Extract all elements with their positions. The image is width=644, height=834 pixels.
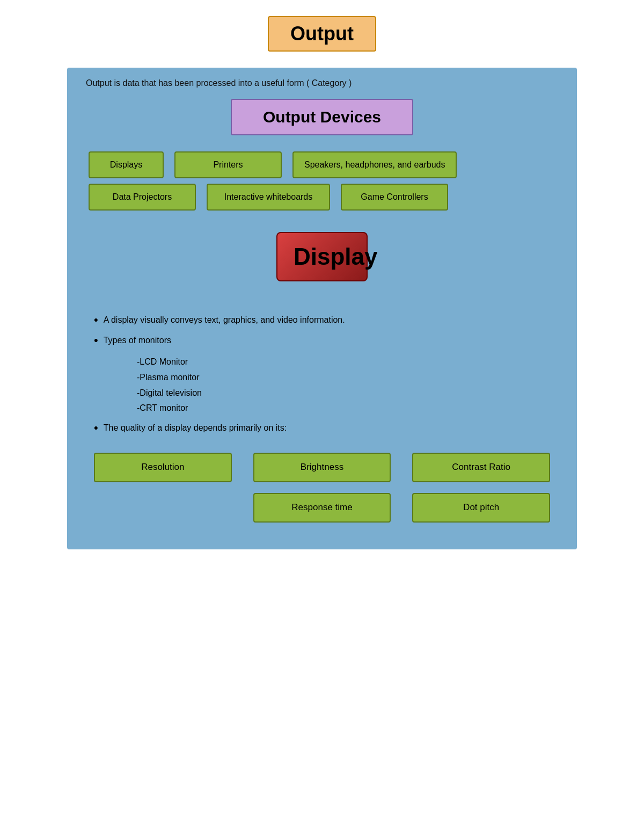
bullet-dot-1: • — [94, 312, 98, 329]
bullet-dot-2: • — [94, 332, 98, 349]
bullet-item-quality: • The quality of a display depends prima… — [94, 422, 550, 437]
device-whiteboards[interactable]: Interactive whiteboards — [207, 184, 330, 211]
output-devices-box: Output Devices — [231, 99, 413, 135]
bullet-text-2: Types of monitors — [104, 334, 550, 347]
device-projectors[interactable]: Data Projectors — [89, 184, 196, 211]
main-container: Output is data that has been processed i… — [67, 68, 577, 549]
devices-row-1: Displays Printers Speakers, headphones, … — [89, 151, 555, 178]
bullet-item-1: • A display visually conveys text, graph… — [94, 314, 550, 329]
monitor-type-lcd: -LCD Monitor — [137, 354, 550, 370]
devices-row-2: Data Projectors Interactive whiteboards … — [89, 184, 555, 211]
bullet-text-quality: The quality of a display depends primari… — [104, 422, 550, 434]
bullet-dot-quality: • — [94, 420, 98, 437]
quality-response-time[interactable]: Response time — [253, 493, 391, 523]
monitor-type-plasma: -Plasma monitor — [137, 370, 550, 386]
page-title: Output — [268, 16, 376, 52]
device-speakers[interactable]: Speakers, headphones, and earbuds — [292, 151, 457, 178]
bullet-list: • A display visually conveys text, graph… — [83, 314, 561, 437]
device-printers[interactable]: Printers — [174, 151, 282, 178]
device-displays[interactable]: Displays — [89, 151, 164, 178]
subtitle: Output is data that has been processed i… — [86, 78, 561, 88]
quality-grid: Resolution Brightness Response time Dot … — [83, 453, 561, 523]
devices-grid: Displays Printers Speakers, headphones, … — [83, 151, 561, 211]
monitor-type-crt: -CRT monitor — [137, 401, 550, 416]
monitor-types-list: -LCD Monitor -Plasma monitor -Digital te… — [137, 354, 550, 416]
display-section: Display — [83, 232, 561, 298]
bullet-text-1: A display visually conveys text, graphic… — [104, 314, 550, 327]
quality-brightness[interactable]: Brightness — [253, 453, 391, 482]
quality-contrast-ratio[interactable]: Contrast Ratio — [412, 453, 550, 482]
quality-empty-1 — [94, 493, 232, 523]
quality-resolution[interactable]: Resolution — [94, 453, 232, 482]
monitor-type-digital: -Digital television — [137, 386, 550, 401]
quality-dot-pitch[interactable]: Dot pitch — [412, 493, 550, 523]
bullet-item-2: • Types of monitors — [94, 334, 550, 349]
device-game-controllers[interactable]: Game Controllers — [341, 184, 448, 211]
display-box: Display — [276, 232, 368, 281]
